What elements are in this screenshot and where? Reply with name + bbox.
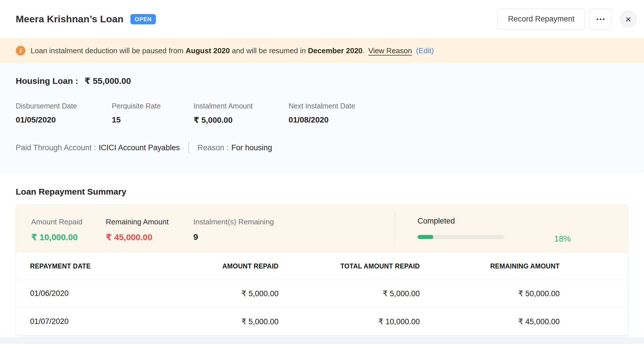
close-icon: × [625, 14, 631, 24]
table-cell: 01/06/2020 [16, 289, 159, 298]
table-cell: ₹ 50,000.00 [420, 289, 560, 298]
paid-through-row: Paid Through Account : ICICI Account Pay… [16, 142, 628, 153]
table-cell: ₹ 5,000.00 [159, 317, 279, 326]
loan-fields: Disbursement Date 01/05/2020 Perquisite … [16, 102, 628, 125]
table-cell: ₹ 10,000.00 [279, 317, 420, 326]
completed-block: Completed 18% [395, 205, 571, 253]
col-header-remaining-amount: REMAINING AMOUNT [420, 262, 560, 270]
stat-instalments-remaining: Instalment(s) Remaining 9 [193, 205, 395, 253]
stat-label: Remaining Amount [106, 218, 193, 226]
field-label: Next Instalment Date [289, 102, 355, 110]
field-perquisite-rate: Perquisite Rate 15 [112, 102, 194, 125]
paid-through-value: ICICI Account Payables [99, 143, 180, 152]
table-cell: ₹ 5,000.00 [279, 289, 420, 298]
field-disbursement-date: Disbursement Date 01/05/2020 [16, 102, 112, 125]
page-background-strip [0, 337, 644, 344]
table-row: 01/06/2020 ₹ 5,000.00 ₹ 5,000.00 ₹ 50,00… [16, 279, 628, 307]
col-header-total-amount-repaid: TOTAL AMOUNT REPAID [279, 262, 420, 270]
stat-value: ₹ 45,000.00 [106, 232, 193, 242]
field-value: ₹ 5,000.00 [194, 115, 289, 125]
stat-remaining-amount: Remaining Amount ₹ 45,000.00 [106, 205, 193, 253]
progress-bar-fill [418, 235, 433, 239]
banner-text: Loan instalment deduction will be paused… [31, 46, 434, 55]
field-label: Instalment Amount [194, 102, 289, 110]
banner-resume-month: December 2020 [308, 46, 363, 55]
table-header-row: REPAYMENT DATE AMOUNT REPAID TOTAL AMOUN… [16, 253, 628, 279]
banner-pause-month: August 2020 [186, 46, 230, 55]
loan-details-panel: Meera Krishnan’s Loan OPEN Record Repaym… [0, 0, 644, 344]
stat-value: 9 [193, 232, 395, 242]
completed-col: Completed [418, 217, 504, 253]
table-cell: ₹ 5,000.00 [159, 289, 279, 298]
field-label: Disbursement Date [16, 102, 112, 110]
header: Meera Krishnan’s Loan OPEN Record Repaym… [0, 0, 644, 38]
repayment-summary-card: Amount Repaid ₹ 10,000.00 Remaining Amou… [16, 205, 628, 336]
field-next-instalment-date: Next Instalment Date 01/08/2020 [289, 102, 355, 125]
completed-percentage: 18% [554, 234, 571, 253]
banner-text-segment: and will be resumed in [230, 46, 308, 55]
table-row: 01/07/2020 ₹ 5,000.00 ₹ 10,000.00 ₹ 45,0… [16, 307, 628, 335]
stat-amount-repaid: Amount Repaid ₹ 10,000.00 [31, 205, 106, 253]
pause-info-banner: i Loan instalment deduction will be paus… [0, 38, 644, 63]
more-options-button[interactable]: ••• [590, 9, 611, 29]
reason-value: For housing [231, 143, 272, 152]
info-icon: i [16, 46, 25, 56]
record-repayment-button[interactable]: Record Repayment [497, 9, 585, 29]
field-value: 15 [112, 115, 194, 124]
repayment-summary-section: Loan Repayment Summary Amount Repaid ₹ 1… [0, 171, 644, 336]
field-value: 01/05/2020 [16, 115, 112, 124]
col-header-amount-repaid: AMOUNT REPAID [159, 262, 279, 270]
summary-strip: Amount Repaid ₹ 10,000.00 Remaining Amou… [16, 205, 628, 253]
loan-head: Housing Loan : ₹ 55,000.00 [16, 63, 628, 86]
stat-label: Amount Repaid [31, 218, 106, 226]
banner-text-segment: Loan instalment deduction will be paused… [31, 46, 186, 55]
field-value: 01/08/2020 [289, 115, 355, 124]
stat-value: ₹ 10,000.00 [31, 232, 106, 242]
close-button[interactable]: × [619, 10, 637, 28]
table-cell: 01/07/2020 [16, 317, 159, 326]
loan-details-section: Housing Loan : ₹ 55,000.00 Disbursement … [0, 63, 644, 171]
edit-link[interactable]: (Edit) [416, 46, 434, 55]
summary-heading: Loan Repayment Summary [16, 187, 628, 197]
title-wrap: Meera Krishnan’s Loan OPEN [16, 13, 156, 25]
field-label: Perquisite Rate [112, 102, 194, 110]
view-reason-link[interactable]: View Reason [368, 46, 412, 55]
page-title: Meera Krishnan’s Loan [16, 13, 124, 25]
reason-label: Reason : [198, 143, 228, 152]
header-actions: Record Repayment ••• × [497, 9, 637, 29]
loan-amount: ₹ 55,000.00 [84, 76, 131, 86]
field-instalment-amount: Instalment Amount ₹ 5,000.00 [194, 102, 289, 125]
vertical-divider [188, 142, 189, 153]
table-cell: ₹ 45,000.00 [420, 317, 560, 326]
completed-label: Completed [418, 217, 504, 226]
progress-bar [418, 235, 504, 239]
banner-text-segment: . [363, 46, 367, 55]
status-badge: OPEN [130, 14, 156, 24]
more-options-icon: ••• [595, 16, 606, 22]
col-header-repayment-date: REPAYMENT DATE [16, 262, 159, 270]
stat-label: Instalment(s) Remaining [193, 218, 395, 226]
loan-type-label: Housing Loan : [16, 76, 78, 86]
paid-through-label: Paid Through Account : [16, 143, 96, 152]
